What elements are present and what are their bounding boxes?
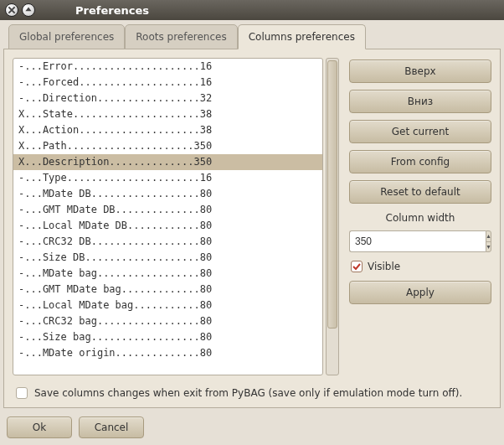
- save-on-exit-checkbox[interactable]: [16, 387, 28, 399]
- list-item[interactable]: -...Forced....................16: [13, 75, 322, 91]
- close-icon[interactable]: [5, 3, 18, 17]
- from-config-button[interactable]: From config: [349, 150, 491, 173]
- list-item[interactable]: -...MDate DB..................80: [13, 186, 322, 202]
- list-item[interactable]: -...CRC32 DB..................80: [13, 234, 322, 250]
- column-width-spinbox[interactable]: ▴ ▾: [349, 230, 491, 252]
- side-panel: Вверх Вниз Get current From config Reset…: [349, 58, 491, 375]
- list-item[interactable]: -...Local MDate DB............80: [13, 218, 322, 234]
- save-on-exit-row[interactable]: Save columns changes when exit from PyBA…: [13, 375, 491, 399]
- column-width-label: Column width: [349, 210, 491, 224]
- reset-default-button[interactable]: Reset to default: [349, 180, 491, 204]
- list-item[interactable]: X...Action....................38: [13, 122, 322, 138]
- tab-columns[interactable]: Columns preferences: [238, 24, 366, 49]
- titlebar: Preferences: [0, 0, 504, 20]
- list-item[interactable]: -...GMT MDate bag.............80: [13, 282, 322, 298]
- visible-checkbox-row[interactable]: Visible: [349, 259, 491, 274]
- dialog-buttons: Ok Cancel: [3, 408, 501, 438]
- spin-up-icon[interactable]: ▴: [486, 231, 491, 242]
- list-item[interactable]: -...Direction.................32: [13, 91, 322, 106]
- columns-list-wrap: -...Error.....................16-...Forc…: [13, 58, 339, 375]
- ok-button[interactable]: Ok: [7, 417, 72, 438]
- tab-content-columns: -...Error.....................16-...Forc…: [3, 49, 501, 408]
- get-current-button[interactable]: Get current: [349, 120, 491, 143]
- tab-global[interactable]: Global preferences: [8, 24, 125, 49]
- scrollbar-thumb[interactable]: [327, 60, 337, 329]
- save-on-exit-label: Save columns changes when exit from PyBA…: [34, 387, 462, 399]
- columns-list[interactable]: -...Error.....................16-...Forc…: [13, 58, 323, 375]
- list-item[interactable]: X...Description..............350: [13, 154, 322, 170]
- window-title: Preferences: [75, 4, 149, 17]
- cancel-button[interactable]: Cancel: [79, 417, 144, 438]
- visible-label: Visible: [368, 261, 400, 272]
- window-body: Global preferences Roots preferences Col…: [0, 20, 504, 445]
- down-button[interactable]: Вниз: [349, 90, 491, 113]
- column-width-input[interactable]: [349, 230, 486, 252]
- list-item[interactable]: X...State.....................38: [13, 106, 322, 122]
- list-item[interactable]: -...MDate origin..............80: [13, 345, 322, 361]
- visible-checkbox[interactable]: [351, 261, 363, 272]
- scrollbar[interactable]: [326, 58, 339, 375]
- up-button[interactable]: Вверх: [349, 60, 491, 83]
- spin-down-icon[interactable]: ▾: [486, 242, 491, 252]
- tab-roots[interactable]: Roots preferences: [125, 24, 237, 49]
- list-item[interactable]: -...Local MDate bag...........80: [13, 298, 322, 313]
- list-item[interactable]: -...Error.....................16: [13, 59, 322, 75]
- expand-icon[interactable]: [22, 3, 35, 17]
- list-item[interactable]: -...Type......................16: [13, 170, 322, 186]
- list-item[interactable]: -...MDate bag.................80: [13, 266, 322, 282]
- list-item[interactable]: X...Path.....................350: [13, 138, 322, 154]
- list-item[interactable]: -...Size DB...................80: [13, 250, 322, 266]
- list-item[interactable]: -...CRC32 bag.................80: [13, 313, 322, 329]
- list-item[interactable]: -...GMT MDate DB..............80: [13, 202, 322, 218]
- apply-button[interactable]: Apply: [349, 281, 491, 304]
- list-item[interactable]: -...Size bag..................80: [13, 329, 322, 345]
- tabs: Global preferences Roots preferences Col…: [3, 23, 501, 49]
